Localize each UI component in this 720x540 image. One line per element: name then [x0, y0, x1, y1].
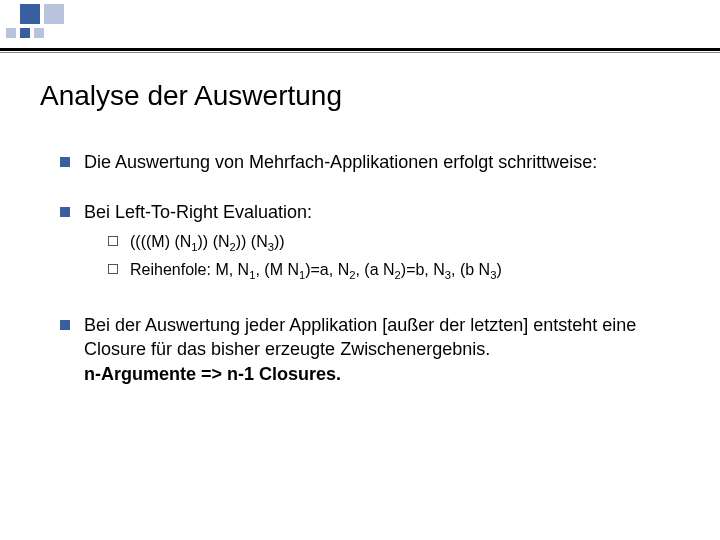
- sub-bullet-item: Reihenfole: M, N1, (M N1)=a, N2, (a N2)=…: [108, 259, 680, 283]
- sub-bullet-group: ((((M) (N1)) (N2)) (N3)) Reihenfole: M, …: [84, 231, 680, 284]
- square-bullet-icon: [60, 207, 70, 217]
- deco-square-icon: [20, 28, 30, 38]
- t: )) (N: [198, 233, 230, 250]
- bullet-text: Bei der Auswertung jeder Applikation [au…: [84, 313, 680, 386]
- slide: Analyse der Auswertung Die Auswertung vo…: [0, 0, 720, 540]
- bullet-text: Bei Left-To-Right Evaluation: ((((M) (N1…: [84, 200, 680, 287]
- t: , (M N: [255, 261, 299, 278]
- hollow-square-bullet-icon: [108, 236, 118, 246]
- square-bullet-icon: [60, 320, 70, 330]
- square-bullet-icon: [60, 157, 70, 167]
- t: ((((M) (N: [130, 233, 191, 250]
- hollow-square-bullet-icon: [108, 264, 118, 274]
- bullet-line-bold: n-Argumente => n-1 Closures.: [84, 364, 341, 384]
- t: , (b N: [451, 261, 490, 278]
- bullet-text: Die Auswertung von Mehrfach-Applikatione…: [84, 150, 680, 174]
- t: )): [274, 233, 285, 250]
- deco-square-icon: [20, 4, 40, 24]
- t: Reihenfole: M, N: [130, 261, 249, 278]
- header-rule: [0, 48, 720, 51]
- t: )=a, N: [305, 261, 349, 278]
- t: ): [496, 261, 501, 278]
- t: , (a N: [355, 261, 394, 278]
- deco-square-icon: [34, 28, 44, 38]
- deco-square-icon: [6, 28, 16, 38]
- sub-bullet-text: Reihenfole: M, N1, (M N1)=a, N2, (a N2)=…: [130, 259, 680, 283]
- bullet-item: Die Auswertung von Mehrfach-Applikatione…: [60, 150, 680, 174]
- t: )) (N: [236, 233, 268, 250]
- bullet-item: Bei der Auswertung jeder Applikation [au…: [60, 313, 680, 386]
- deco-square-icon: [44, 4, 64, 24]
- sub-bullet-item: ((((M) (N1)) (N2)) (N3)): [108, 231, 680, 255]
- header-rule-thin: [0, 52, 720, 53]
- bullet-line: Bei Left-To-Right Evaluation:: [84, 202, 312, 222]
- slide-body: Die Auswertung von Mehrfach-Applikatione…: [60, 150, 680, 412]
- slide-title: Analyse der Auswertung: [40, 80, 342, 112]
- t: )=b, N: [401, 261, 445, 278]
- bullet-line: Bei der Auswertung jeder Applikation [au…: [84, 315, 636, 359]
- bullet-item: Bei Left-To-Right Evaluation: ((((M) (N1…: [60, 200, 680, 287]
- corner-decoration: [0, 0, 160, 50]
- sub-bullet-text: ((((M) (N1)) (N2)) (N3)): [130, 231, 680, 255]
